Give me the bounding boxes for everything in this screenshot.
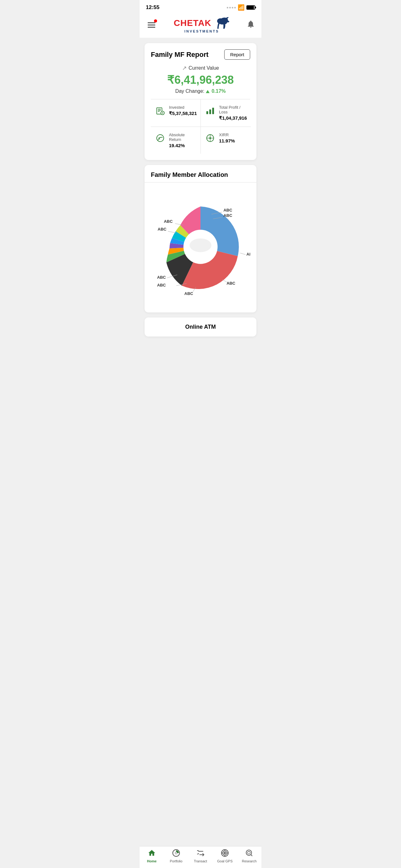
main-content: Family MF Report Report ↗ Current Value …	[140, 38, 261, 362]
svg-text:ABC: ABC	[184, 291, 193, 296]
abs-return-label: Absolute Return	[169, 132, 197, 142]
abs-return-value: 19.42%	[169, 143, 197, 148]
svg-text:ABC: ABC	[158, 227, 166, 231]
current-value-section: ↗ Current Value ₹6,41,96,238 Day Change:…	[151, 65, 250, 94]
day-change-value: 0.17%	[206, 88, 226, 94]
trend-up-icon: ↗	[182, 65, 187, 71]
notification-dot	[154, 19, 157, 23]
signal-icon	[227, 7, 236, 8]
status-time: 12:55	[146, 4, 159, 11]
svg-text:ABC: ABC	[157, 283, 166, 287]
family-mf-card: Family MF Report Report ↗ Current Value …	[144, 43, 257, 160]
online-atm-label: Online ATM	[185, 324, 216, 330]
wifi-icon: 📶	[238, 4, 244, 11]
profit-loss-cell: Total Profit / Loss ₹1,04,37,916	[201, 99, 250, 127]
donut-chart: ABC ABC ABC ABC ABC ABC ABC ABC ABC	[151, 197, 250, 297]
pie-chart-container: ABC ABC ABC ABC ABC ABC ABC ABC ABC	[151, 187, 250, 306]
day-change-row: Day Change: 0.17%	[151, 88, 250, 94]
current-value-label: Current Value	[189, 65, 219, 71]
logo-horse-icon	[213, 17, 230, 29]
invested-label: Invested	[169, 105, 197, 110]
svg-point-15	[209, 137, 211, 139]
status-icons: 📶	[227, 4, 255, 11]
app-logo: CHETAK INVESTMENTS	[174, 17, 230, 33]
status-bar: 12:55 📶	[140, 0, 261, 14]
profit-loss-icon	[205, 105, 216, 116]
abs-return-icon: ₹	[155, 132, 166, 144]
allocation-title: Family Member Allocation	[151, 171, 250, 178]
divider	[144, 182, 257, 183]
svg-rect-7	[206, 111, 208, 114]
xirr-icon	[205, 132, 216, 144]
profit-loss-value: ₹1,04,37,916	[219, 115, 247, 121]
svg-line-22	[240, 253, 245, 255]
xirr-value: 11.97%	[219, 138, 235, 144]
abs-return-cell: ₹ Absolute Return 19.42%	[151, 127, 201, 154]
svg-text:ABC: ABC	[246, 252, 250, 256]
svg-text:ABC: ABC	[157, 275, 166, 280]
svg-text:ABC: ABC	[164, 219, 173, 224]
svg-line-21	[168, 231, 176, 233]
svg-text:ABC: ABC	[226, 281, 235, 286]
logo-investments-text: INVESTMENTS	[184, 29, 219, 33]
allocation-card: Family Member Allocation	[144, 165, 257, 312]
family-mf-title: Family MF Report	[151, 51, 209, 59]
day-change-label: Day Change:	[175, 88, 204, 94]
hamburger-icon[interactable]	[148, 23, 155, 28]
triangle-up-icon	[206, 90, 209, 93]
svg-text:ABC: ABC	[224, 208, 232, 213]
battery-icon	[246, 5, 255, 10]
svg-text:ABC: ABC	[224, 213, 232, 218]
app-header: CHETAK INVESTMENTS	[140, 14, 261, 38]
menu-button[interactable]	[146, 19, 157, 31]
notification-bell[interactable]	[246, 20, 255, 30]
svg-rect-8	[209, 110, 211, 114]
profit-loss-label: Total Profit / Loss	[219, 105, 247, 114]
invested-icon	[155, 105, 166, 116]
current-value-amount: ₹6,41,96,238	[151, 73, 250, 87]
svg-point-17	[190, 239, 211, 252]
online-atm-section: Online ATM	[144, 317, 257, 337]
xirr-cell: XIRR 11.97%	[201, 127, 250, 154]
stats-grid: Invested ₹5,37,58,321 Total Profit / Los…	[151, 99, 250, 154]
report-button[interactable]: Report	[224, 50, 250, 60]
logo-chetak-text: CHETAK	[174, 18, 211, 28]
svg-rect-9	[212, 108, 214, 114]
xirr-label: XIRR	[219, 132, 235, 137]
invested-value: ₹5,37,58,321	[169, 111, 197, 116]
invested-cell: Invested ₹5,37,58,321	[151, 99, 201, 127]
